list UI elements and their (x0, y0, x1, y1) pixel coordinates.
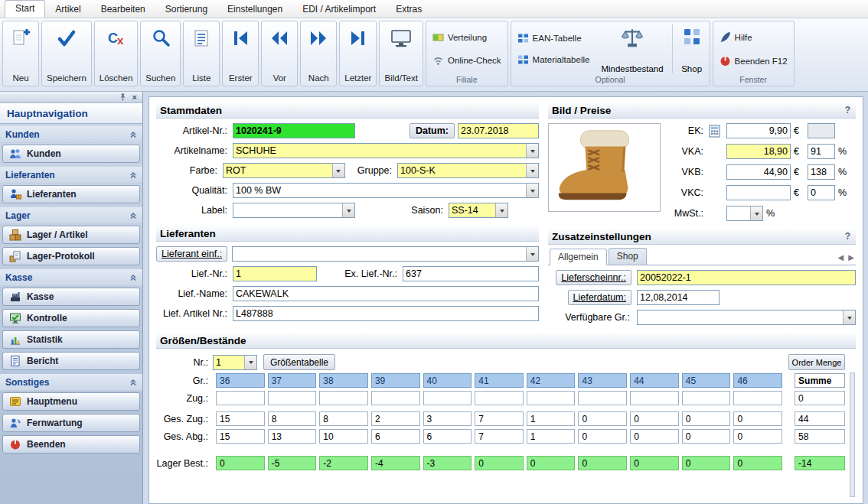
sidebar-item-fernwartung[interactable]: Fernwartung (2, 414, 140, 432)
datum-label[interactable]: Datum: (410, 123, 455, 138)
help-icon[interactable]: ? (845, 105, 852, 115)
sidebar-item-kontrolle[interactable]: Kontrolle (2, 309, 140, 327)
vka-percent-field[interactable] (808, 144, 835, 159)
lief-nr-field[interactable] (233, 266, 317, 281)
vkb-percent-field[interactable] (808, 164, 835, 180)
materialtabelle-button[interactable]: Materialtabelle (514, 54, 594, 66)
zugang-cell[interactable] (682, 391, 731, 405)
saison-select[interactable] (449, 203, 508, 218)
liste-button[interactable]: Liste (183, 21, 220, 86)
size-cell[interactable]: 42 (527, 373, 576, 388)
menu-start[interactable]: Start (5, 0, 45, 18)
online-check-button[interactable]: Online-Check (429, 54, 505, 67)
zugang-cell[interactable] (630, 391, 679, 405)
menu-bearbeiten[interactable]: Bearbeiten (91, 2, 155, 18)
size-cell[interactable]: 46 (733, 373, 782, 388)
hilfe-button[interactable]: Hilfe (716, 31, 791, 44)
size-cell[interactable]: 45 (682, 373, 731, 388)
zugang-cell[interactable] (371, 391, 420, 405)
tab-shop[interactable]: Shop (609, 248, 647, 265)
label-select[interactable] (233, 203, 355, 218)
menu-extras[interactable]: Extras (386, 2, 432, 18)
mwst-input[interactable] (727, 206, 750, 220)
erster-button[interactable]: Erster (222, 21, 259, 86)
dropdown-arrow-icon[interactable] (843, 311, 855, 324)
bild-text-button[interactable]: Bild/Text (379, 21, 423, 86)
vertical-scrollbar[interactable] (850, 372, 855, 497)
sidebar-item-kasse[interactable]: Kasse (2, 288, 140, 306)
menu-einstellungen[interactable]: Einstellungen (217, 2, 292, 18)
mindestbestand-button[interactable]: Mindestbestand (596, 23, 667, 75)
vkc-field[interactable] (726, 185, 791, 200)
sidebar-item-lager-artikel[interactable]: Lager / Artikel (2, 226, 140, 244)
lieferscheinnr-label[interactable]: Lieferscheinnr.: (556, 270, 631, 285)
gruppe-input[interactable] (398, 164, 526, 177)
lieferdatum-field[interactable] (637, 290, 720, 305)
zugang-cell[interactable] (319, 391, 368, 405)
zugang-cell[interactable] (268, 391, 317, 405)
ex-lief-nr-field[interactable] (403, 266, 539, 281)
verfuegbare-gr-select[interactable] (637, 310, 856, 325)
size-cell[interactable]: 36 (216, 373, 265, 388)
sidebar-section-kasse[interactable]: Kasse (0, 269, 142, 286)
dropdown-arrow-icon[interactable] (342, 203, 354, 217)
sidebar-section-lager[interactable]: Lager (0, 207, 142, 224)
farbe-select[interactable] (223, 163, 345, 178)
gruppe-select[interactable] (397, 163, 539, 178)
shop-button[interactable]: Shop (677, 23, 707, 75)
verfuegbare-gr-input[interactable] (638, 311, 843, 324)
dropdown-arrow-icon[interactable] (526, 164, 538, 177)
nr-select[interactable] (213, 355, 257, 370)
sidebar-item-lieferanten[interactable]: Lieferanten (2, 185, 140, 203)
sidebar-item-beenden[interactable]: Beenden (2, 435, 140, 454)
vka-field[interactable] (726, 144, 791, 159)
close-icon[interactable]: × (132, 93, 137, 102)
help-icon[interactable]: ? (845, 231, 852, 242)
dropdown-arrow-icon[interactable] (495, 203, 507, 217)
neu-button[interactable]: Neu (2, 21, 39, 86)
size-cell[interactable]: 43 (578, 373, 627, 388)
speichern-button[interactable]: Speichern (41, 21, 92, 86)
letzter-button[interactable]: Letzter (339, 21, 377, 86)
vor-button[interactable]: Vor (261, 21, 298, 86)
label-input[interactable] (233, 203, 342, 217)
ean-tabelle-button[interactable]: EAN-Tabelle (514, 32, 594, 44)
sidebar-section-lieferanten[interactable]: Lieferanten (0, 167, 142, 184)
size-cell[interactable]: 44 (630, 373, 679, 388)
suchen-button[interactable]: Suchen (140, 21, 181, 86)
vkc-percent-field[interactable] (808, 185, 835, 200)
size-cell[interactable]: 39 (371, 373, 420, 388)
lieferant-einf-label[interactable]: Lieferant einf.: (156, 246, 227, 262)
verteilung-button[interactable]: Verteilung (429, 31, 505, 44)
size-cell[interactable]: 41 (475, 373, 524, 388)
lieferant-einf-input[interactable] (233, 247, 526, 261)
zugang-cell[interactable] (475, 391, 524, 405)
beenden-button[interactable]: Beenden F12 (716, 54, 791, 67)
artikelname-select[interactable] (233, 143, 539, 158)
tab-prev-icon[interactable]: ◀ (838, 253, 844, 262)
farbe-input[interactable] (224, 164, 332, 177)
groessentabelle-button[interactable]: Größentabelle (263, 354, 335, 370)
dropdown-arrow-icon[interactable] (244, 356, 256, 369)
lieferscheinnr-field[interactable] (637, 270, 856, 285)
qualitaet-select[interactable] (233, 183, 539, 198)
dropdown-arrow-icon[interactable] (750, 206, 762, 220)
qualitaet-input[interactable] (233, 184, 526, 197)
lieferant-einf-select[interactable] (232, 246, 539, 262)
size-cell[interactable]: 38 (319, 373, 368, 388)
nach-button[interactable]: Nach (300, 21, 337, 86)
dropdown-arrow-icon[interactable] (526, 247, 538, 261)
artikel-nr-field[interactable] (233, 123, 355, 138)
sidebar-item-statistik[interactable]: Statistik (2, 330, 140, 349)
zugang-cell[interactable] (578, 391, 627, 405)
mwst-select[interactable] (726, 206, 763, 221)
order-menge-button[interactable]: Order Menge (788, 354, 845, 370)
zugang-cell[interactable] (216, 391, 265, 405)
menu-artikel[interactable]: Artikel (45, 2, 90, 18)
menu-edi-artikelimport[interactable]: EDI / Artikelimport (292, 2, 386, 18)
sidebar-item-bericht[interactable]: Bericht (2, 352, 140, 370)
datum-field[interactable] (458, 123, 539, 138)
zugang-cell[interactable] (423, 391, 472, 405)
sidebar-section-sonstiges[interactable]: Sonstiges (0, 374, 142, 391)
size-cell[interactable]: 40 (423, 373, 472, 388)
